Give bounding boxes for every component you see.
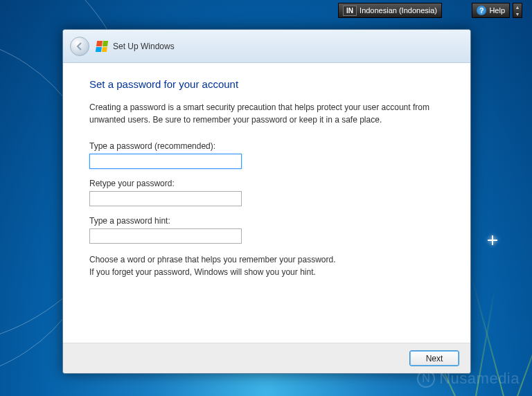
help-icon: ? xyxy=(477,6,486,15)
windows-flag-icon xyxy=(96,41,108,52)
password-hint-input[interactable] xyxy=(89,228,242,244)
language-label: Indonesian (Indonesia) xyxy=(360,6,437,15)
language-bar[interactable]: IN Indonesian (Indonesia) xyxy=(338,3,442,18)
help-button[interactable]: ? Help xyxy=(472,3,510,18)
hint-description-line: Choose a word or phrase that helps you r… xyxy=(89,253,444,266)
sparkle-icon xyxy=(488,235,497,245)
dialog-header: Set Up Windows xyxy=(63,30,470,63)
page-description: Creating a password is a smart security … xyxy=(89,101,444,126)
hint-description-line: If you forget your password, Windows wil… xyxy=(89,266,444,278)
next-button[interactable]: Next xyxy=(409,350,459,366)
chevron-up-icon: ▲ xyxy=(513,3,522,10)
dialog-body: Set a password for your account Creating… xyxy=(63,63,470,343)
toolbar-options-button[interactable]: ▲ ▼ xyxy=(513,3,522,18)
language-code: IN xyxy=(343,6,357,16)
dialog-footer: Next xyxy=(63,343,470,373)
chevron-down-icon: ▼ xyxy=(513,10,522,17)
page-heading: Set a password for your account xyxy=(89,78,444,90)
back-button[interactable] xyxy=(70,37,89,56)
retype-password-label: Retype your password: xyxy=(89,179,444,188)
dialog-title: Set Up Windows xyxy=(113,42,175,51)
password-label: Type a password (recommended): xyxy=(89,141,444,151)
help-label: Help xyxy=(489,6,505,15)
setup-dialog: Set Up Windows Set a password for your a… xyxy=(62,29,471,374)
password-input[interactable] xyxy=(89,154,242,169)
password-hint-label: Type a password hint: xyxy=(89,216,444,226)
hint-description: Choose a word or phrase that helps you r… xyxy=(89,253,444,278)
arrow-left-icon xyxy=(75,42,85,51)
retype-password-input[interactable] xyxy=(89,191,242,206)
